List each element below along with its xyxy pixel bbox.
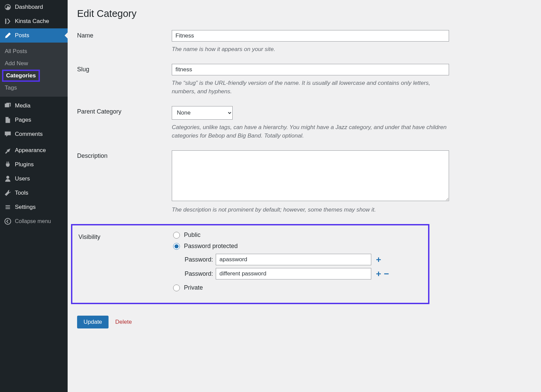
collapse-menu[interactable]: Collapse menu xyxy=(0,214,68,228)
password-input-2[interactable] xyxy=(216,268,371,279)
collapse-label: Collapse menu xyxy=(15,218,51,224)
sidebar-item-appearance[interactable]: Appearance xyxy=(0,143,68,157)
posts-submenu: All Posts Add New Categories Tags xyxy=(0,43,68,97)
submenu-tags[interactable]: Tags xyxy=(0,82,68,94)
sidebar-item-dashboard[interactable]: Dashboard xyxy=(0,0,68,14)
plugins-icon xyxy=(4,161,11,168)
sidebar-item-label: Kinsta Cache xyxy=(15,18,49,25)
add-password-icon[interactable]: + xyxy=(376,255,381,264)
password-label-2: Password: xyxy=(185,270,213,277)
parent-select[interactable]: None xyxy=(172,106,233,120)
parent-desc: Categories, unlike tags, can have a hier… xyxy=(172,123,449,140)
appearance-icon xyxy=(4,147,11,154)
slug-input[interactable] xyxy=(172,64,449,75)
visibility-section: Visibility Public Password protected Pas… xyxy=(71,224,429,304)
tools-icon xyxy=(4,189,11,197)
posts-icon xyxy=(4,32,11,39)
sidebar-item-settings[interactable]: Settings xyxy=(0,200,68,214)
sidebar-item-label: Tools xyxy=(15,190,28,196)
settings-icon xyxy=(4,203,11,211)
page-title: Edit Category xyxy=(77,8,532,19)
kinsta-icon xyxy=(4,18,11,25)
sidebar-item-label: Posts xyxy=(15,32,29,39)
main-content: Edit Category Name The name is how it ap… xyxy=(68,0,541,392)
sidebar-item-label: Appearance xyxy=(15,147,46,154)
description-desc: The description is not prominent by defa… xyxy=(172,205,449,214)
sidebar-item-label: Users xyxy=(15,175,30,182)
visibility-protected-label: Password protected xyxy=(184,243,238,250)
visibility-private-radio[interactable] xyxy=(173,285,180,291)
dashboard-icon xyxy=(4,3,11,11)
submenu-add-new[interactable]: Add New xyxy=(0,57,68,70)
sidebar-item-users[interactable]: Users xyxy=(0,172,68,186)
slug-label: Slug xyxy=(77,64,172,73)
admin-sidebar: Dashboard Kinsta Cache Posts All Posts A… xyxy=(0,0,68,392)
svg-point-0 xyxy=(5,218,11,224)
sidebar-item-kinsta[interactable]: Kinsta Cache xyxy=(0,14,68,28)
sidebar-item-posts[interactable]: Posts xyxy=(0,28,68,43)
media-icon xyxy=(4,102,11,109)
visibility-private-label: Private xyxy=(184,284,203,291)
update-button[interactable]: Update xyxy=(77,316,109,328)
sidebar-item-label: Plugins xyxy=(15,161,34,168)
users-icon xyxy=(4,175,11,182)
pages-icon xyxy=(4,116,11,124)
parent-label: Parent Category xyxy=(77,106,172,115)
description-textarea[interactable] xyxy=(172,150,449,201)
submenu-categories[interactable]: Categories xyxy=(2,70,40,82)
sidebar-item-comments[interactable]: Comments xyxy=(0,127,68,141)
visibility-public-radio[interactable] xyxy=(173,232,180,239)
name-desc: The name is how it appears on your site. xyxy=(172,45,449,54)
comments-icon xyxy=(4,130,11,138)
sidebar-item-media[interactable]: Media xyxy=(0,99,68,113)
sidebar-item-label: Pages xyxy=(15,117,31,123)
collapse-icon xyxy=(4,218,11,225)
password-input-1[interactable] xyxy=(216,254,371,265)
sidebar-item-tools[interactable]: Tools xyxy=(0,186,68,200)
visibility-label: Visibility xyxy=(78,231,173,241)
sidebar-item-label: Settings xyxy=(15,204,36,211)
sidebar-item-label: Media xyxy=(15,102,30,109)
delete-link[interactable]: Delete xyxy=(115,319,132,325)
submenu-all-posts[interactable]: All Posts xyxy=(0,45,68,57)
sidebar-item-pages[interactable]: Pages xyxy=(0,113,68,127)
remove-password-icon[interactable]: − xyxy=(384,269,389,278)
sidebar-item-label: Comments xyxy=(15,131,43,138)
name-input[interactable] xyxy=(172,30,449,42)
visibility-public-label: Public xyxy=(184,231,201,239)
password-label-1: Password: xyxy=(185,256,213,263)
sidebar-item-label: Dashboard xyxy=(15,4,43,10)
add-password-icon[interactable]: + xyxy=(376,269,381,278)
visibility-protected-radio[interactable] xyxy=(173,243,180,250)
name-label: Name xyxy=(77,30,172,39)
sidebar-item-plugins[interactable]: Plugins xyxy=(0,157,68,172)
description-label: Description xyxy=(77,150,172,160)
slug-desc: The “slug” is the URL-friendly version o… xyxy=(172,79,449,96)
